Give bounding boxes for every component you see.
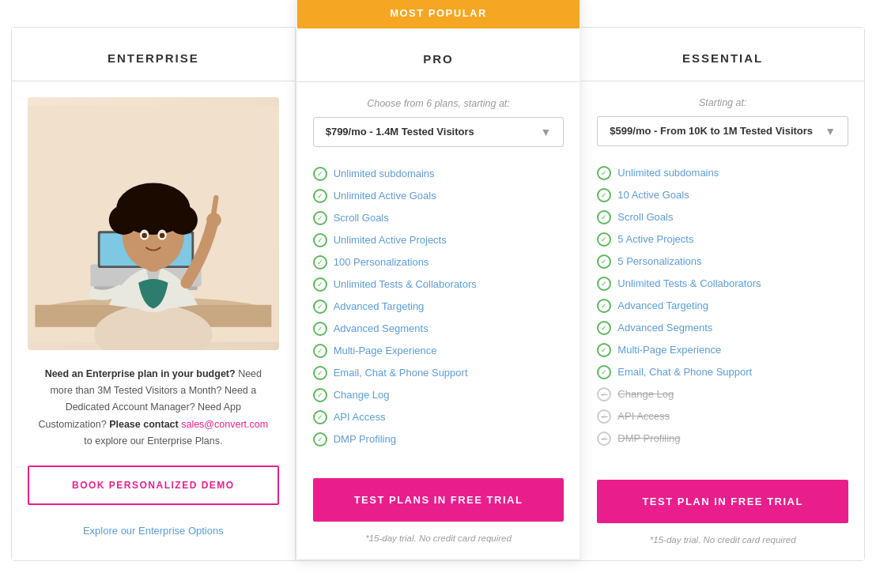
check-icon: ✓ [597, 432, 611, 446]
check-icon: ✓ [313, 211, 327, 225]
pro-pricing-area: Choose from 6 plans, starting at: $799/m… [297, 82, 580, 155]
essential-price-sub: - From 10K to 1M Tested Visitors [654, 125, 813, 137]
pro-feature-text: Unlimited Tests & Collaborators [334, 278, 477, 290]
check-icon: ✓ [313, 388, 327, 402]
check-icon: ✓ [597, 343, 611, 357]
essential-column: ESSENTIAL Starting at: $599/mo - From 10… [581, 28, 864, 560]
essential-price: $599/mo [610, 125, 651, 137]
check-icon: ✓ [597, 166, 611, 180]
check-icon: ✓ [597, 387, 611, 401]
essential-feature-text: Scroll Goals [617, 211, 673, 223]
essential-feature-text: 5 Personalizations [617, 255, 701, 267]
pro-feature-item: ✓ Change Log [313, 388, 564, 402]
pro-feature-text: Scroll Goals [334, 212, 389, 224]
essential-feature-text: Unlimited Tests & Collaborators [617, 277, 761, 289]
pro-feature-item: ✓ Unlimited Active Projects [313, 233, 564, 247]
essential-feature-text: API Access [617, 410, 670, 422]
pro-column: MOST POPULAR PRO Choose from 6 plans, st… [296, 0, 582, 560]
essential-feature-item: ✓ Advanced Segments [597, 321, 848, 335]
enterprise-header: ENTERPRISE [12, 28, 295, 81]
check-icon: ✓ [597, 365, 611, 379]
essential-feature-item: ✓ Email, Chat & Phone Support [597, 365, 848, 379]
essential-feature-text: Email, Chat & Phone Support [617, 366, 752, 378]
essential-feature-text: 10 Active Goals [617, 189, 689, 201]
pro-dropdown-arrow: ▼ [540, 126, 551, 138]
check-icon: ✓ [597, 210, 611, 224]
pro-feature-item: ✓ Scroll Goals [313, 211, 564, 225]
pro-feature-text: Advanced Segments [334, 322, 429, 334]
essential-pricing-dropdown[interactable]: $599/mo - From 10K to 1M Tested Visitors… [597, 116, 848, 146]
pro-feature-text: Unlimited Active Projects [334, 234, 447, 246]
essential-feature-text: Unlimited subdomains [617, 167, 719, 179]
check-icon: ✓ [313, 233, 327, 247]
check-icon: ✓ [313, 189, 327, 203]
check-icon: ✓ [313, 344, 327, 358]
pro-feature-text: Advanced Targeting [334, 300, 425, 312]
sales-email-link[interactable]: sales@convert.com [181, 419, 268, 430]
essential-feature-item: ✓ 5 Personalizations [597, 254, 848, 269]
pro-feature-item: ✓ Multi-Page Experience [313, 344, 564, 358]
essential-feature-text: DMP Profiling [617, 432, 680, 444]
essential-pricing-label: Starting at: [597, 97, 848, 108]
essential-header: ESSENTIAL [581, 28, 864, 81]
pro-feature-item: ✓ API Access [313, 410, 564, 424]
essential-feature-item: ✓ Unlimited Tests & Collaborators [597, 277, 848, 291]
check-icon: ✓ [597, 254, 611, 269]
essential-feature-item: ✓ Unlimited subdomains [597, 166, 848, 180]
pro-feature-text: Unlimited Active Goals [334, 190, 436, 202]
essential-feature-item: ✓ Scroll Goals [597, 210, 848, 224]
pro-feature-item: ✓ 100 Personalizations [313, 255, 564, 270]
check-icon: ✓ [597, 299, 611, 313]
pro-header: PRO [297, 28, 580, 82]
pro-feature-item: ✓ Email, Chat & Phone Support [313, 366, 564, 380]
essential-feature-item: ✓ API Access [597, 409, 848, 424]
check-icon: ✓ [313, 300, 327, 314]
pro-feature-text: API Access [334, 411, 386, 423]
most-popular-banner: MOST POPULAR [297, 0, 580, 28]
essential-features-list: ✓ Unlimited subdomains ✓ 10 Active Goals… [581, 154, 864, 480]
enterprise-body: Need an Enterprise plan in your budget? … [12, 81, 295, 560]
book-demo-button[interactable]: BOOK PERSONALIZED DEMO [28, 466, 279, 505]
check-icon: ✓ [313, 255, 327, 270]
check-icon: ✓ [597, 277, 611, 291]
essential-feature-item: ✓ Change Log [597, 387, 848, 401]
enterprise-column: ENTERPRISE [12, 28, 296, 560]
essential-feature-item: ✓ Multi-Page Experience [597, 343, 848, 357]
explore-enterprise-link[interactable]: Explore our Enterprise Options [75, 517, 232, 545]
essential-feature-text: Multi-Page Experience [617, 344, 721, 356]
check-icon: ✓ [597, 321, 611, 335]
check-icon: ✓ [313, 432, 327, 447]
pro-feature-text: Change Log [334, 389, 390, 401]
pro-feature-item: ✓ Unlimited subdomains [313, 167, 564, 181]
essential-feature-text: Change Log [617, 388, 674, 400]
essential-trial-note: *15-day trial. No credit card required [581, 531, 864, 560]
pro-feature-item: ✓ Unlimited Tests & Collaborators [313, 277, 564, 292]
pro-pricing-dropdown[interactable]: $799/mo - 1.4M Tested Visitors ▼ [313, 117, 564, 147]
pro-trial-note: *15-day trial. No credit card required [297, 530, 580, 559]
essential-feature-item: ✓ 5 Active Projects [597, 232, 848, 247]
enterprise-description: Need an Enterprise plan in your budget? … [28, 350, 279, 466]
pro-feature-text: DMP Profiling [334, 433, 396, 445]
essential-cta-button[interactable]: TEST PLAN IN FREE TRIAL [597, 480, 848, 523]
essential-feature-text: 5 Active Projects [617, 233, 693, 245]
svg-point-18 [142, 233, 147, 239]
pro-feature-item: ✓ DMP Profiling [313, 432, 564, 447]
pro-feature-item: ✓ Advanced Segments [313, 322, 564, 336]
essential-pricing-area: Starting at: $599/mo - From 10K to 1M Te… [581, 81, 864, 154]
essential-dropdown-arrow: ▼ [825, 125, 836, 138]
essential-feature-item: ✓ 10 Active Goals [597, 188, 848, 202]
enterprise-image [28, 97, 279, 350]
pro-feature-text: Unlimited subdomains [334, 168, 435, 179]
essential-feature-item: ✓ DMP Profiling [597, 432, 848, 446]
check-icon: ✓ [313, 410, 327, 424]
check-icon: ✓ [313, 167, 327, 181]
check-icon: ✓ [597, 232, 611, 247]
pro-cta-button[interactable]: TEST PLANS IN FREE TRIAL [313, 478, 564, 522]
check-icon: ✓ [313, 277, 327, 292]
essential-feature-item: ✓ Advanced Targeting [597, 299, 848, 313]
check-icon: ✓ [597, 409, 611, 424]
pro-feature-text: Multi-Page Experience [334, 345, 437, 356]
pricing-container: ENTERPRISE [11, 27, 865, 561]
pro-pricing-label: Choose from 6 plans, starting at: [313, 98, 564, 109]
essential-feature-text: Advanced Segments [617, 322, 712, 334]
